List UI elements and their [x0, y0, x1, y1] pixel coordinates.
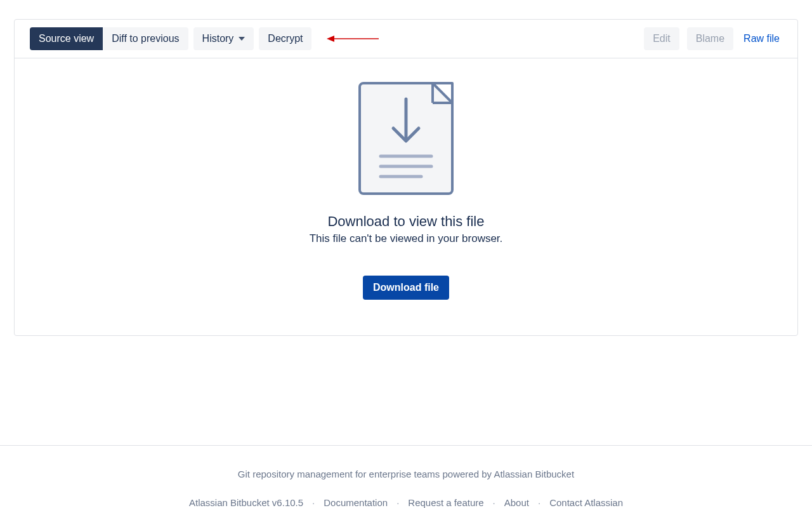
history-label: History: [202, 33, 234, 44]
footer-contact-link[interactable]: Contact Atlassian: [549, 497, 623, 508]
footer-tagline: Git repository management for enterprise…: [0, 469, 812, 479]
footer-documentation-link[interactable]: Documentation: [324, 497, 388, 508]
file-download-icon: [358, 81, 454, 198]
footer-links: Atlassian Bitbucket v6.10.5 · Documentat…: [0, 497, 812, 508]
page-footer: Git repository management for enterprise…: [0, 445, 812, 508]
toolbar-left: Source view Diff to previous History Dec…: [30, 27, 380, 50]
diff-to-previous-tab[interactable]: Diff to previous: [103, 27, 188, 50]
edit-button[interactable]: Edit: [644, 27, 679, 50]
footer-version: Atlassian Bitbucket v6.10.5: [189, 497, 303, 508]
source-view-tab[interactable]: Source view: [30, 27, 103, 50]
download-file-button[interactable]: Download file: [363, 276, 449, 300]
empty-state-subtitle: This file can't be viewed in your browse…: [310, 232, 503, 245]
footer-about-link[interactable]: About: [504, 497, 529, 508]
raw-file-link[interactable]: Raw file: [741, 27, 782, 50]
file-empty-state: Download to view this file This file can…: [15, 58, 797, 335]
history-dropdown[interactable]: History: [193, 27, 254, 50]
empty-state-title: Download to view this file: [327, 213, 484, 230]
svg-marker-1: [327, 36, 334, 42]
file-toolbar: Source view Diff to previous History Dec…: [15, 20, 797, 58]
file-panel: Source view Diff to previous History Dec…: [14, 19, 798, 336]
chevron-down-icon: [239, 37, 245, 41]
decrypt-button[interactable]: Decrypt: [259, 27, 311, 50]
toolbar-right: Edit Blame Raw file: [644, 27, 782, 50]
view-toggle-group: Source view Diff to previous: [30, 27, 188, 50]
blame-button[interactable]: Blame: [687, 27, 733, 50]
footer-request-feature-link[interactable]: Request a feature: [408, 497, 483, 508]
annotation-arrow: [327, 34, 380, 43]
